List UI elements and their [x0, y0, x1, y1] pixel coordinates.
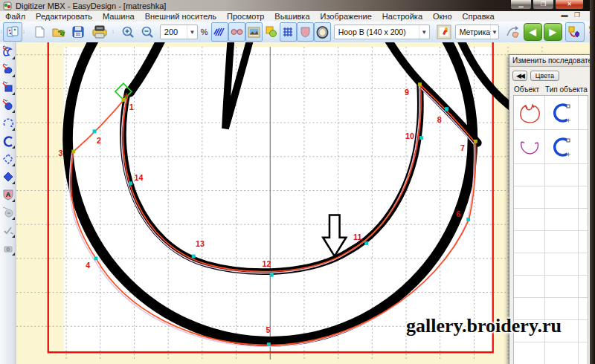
node-marker-7[interactable] [474, 140, 477, 143]
menu-вышивка[interactable]: Вышивка [269, 11, 315, 22]
node-label-9: 9 [405, 88, 409, 97]
show-grid-toggle[interactable] [280, 22, 297, 42]
node-marker-9[interactable] [418, 82, 422, 86]
chevron-down-icon[interactable]: ▼ [490, 25, 498, 39]
closed-shape-tool[interactable] [1, 168, 16, 185]
new-design-button[interactable] [30, 22, 49, 42]
minimize-button[interactable]: ▁ [510, 0, 532, 10]
print-button[interactable] [88, 22, 112, 42]
node-label-2: 2 [97, 136, 101, 145]
node-label-5: 5 [266, 325, 270, 334]
open-object-tool[interactable] [1, 43, 16, 60]
maximize-button[interactable]: ❐ [533, 0, 554, 10]
menu-изображение[interactable]: Изображение [315, 11, 377, 22]
node-marker-3[interactable] [71, 150, 75, 154]
hoop-combobox[interactable]: Hoop B (140 x 200) ▼ [334, 25, 430, 39]
checkpoint-tool[interactable] [1, 221, 16, 238]
open-shape-tool[interactable] [1, 150, 16, 167]
node-marker-5[interactable] [267, 342, 271, 346]
save-design-button[interactable] [68, 22, 88, 42]
menu-файл[interactable]: Файл [0, 11, 30, 22]
chevron-down-icon[interactable]: ▼ [187, 25, 197, 39]
open-design-button[interactable] [49, 22, 68, 42]
menu-редактировать[interactable]: Редактировать [30, 11, 97, 22]
closed-curve-tool[interactable] [1, 132, 16, 149]
menu-машина[interactable]: Машина [97, 11, 140, 22]
sequence-empty-row [514, 231, 588, 253]
sequence-panel-titlebar[interactable]: Изменить последовате... ✕ [509, 55, 591, 67]
node-marker-2[interactable] [93, 129, 97, 133]
colors-button[interactable]: Цвета [530, 71, 559, 81]
node-marker-12[interactable] [270, 273, 274, 277]
mdi-child-controls[interactable]: ▬ ❐ [561, 11, 582, 19]
rectangle-tool[interactable] [1, 79, 16, 96]
sequence-row-1[interactable] [514, 96, 588, 130]
node-marker-6[interactable] [466, 218, 470, 221]
sequence-empty-row [514, 342, 588, 364]
design-properties-button[interactable] [434, 22, 454, 42]
sequence-panel-title: Изменить последовате... [512, 56, 591, 65]
hoop-template-toggle[interactable] [314, 22, 331, 42]
node-label-4: 4 [86, 261, 90, 270]
menu-окно[interactable]: Окно [428, 11, 457, 22]
zoom-percent-label: % [201, 27, 208, 36]
desktop-edge [590, 0, 595, 364]
show-image-toggle[interactable] [245, 22, 263, 42]
stitch-edit-tool[interactable] [1, 204, 16, 221]
zoom-level-combobox[interactable]: 200 ▼ [160, 25, 198, 39]
app-window: Digitizer MBX - EasyDesign - [matreshka]… [0, 0, 590, 364]
units-value: Метрика [460, 27, 491, 36]
menu-настройка[interactable]: Настройка [377, 11, 428, 22]
app-icon [3, 1, 12, 10]
node-marker-14[interactable] [129, 181, 132, 185]
digitizing-toolbox: A [0, 42, 17, 364]
sequence-by-selects-button[interactable] [565, 22, 585, 42]
menu-bar: ФайлРедактироватьМашинаВнешний носительП… [0, 11, 590, 22]
measure-tool[interactable] [1, 239, 16, 256]
sequence-empty-row [514, 186, 588, 209]
ellipse-tool[interactable] [1, 97, 16, 114]
svg-text:A: A [6, 191, 11, 198]
node-label-3: 3 [58, 149, 62, 157]
sequence-row-2[interactable] [514, 130, 588, 164]
show-vectors-toggle[interactable] [263, 22, 280, 42]
lettering-tool[interactable]: A [1, 186, 16, 203]
type-icon-closed-curve [550, 100, 573, 126]
node-label-14: 14 [134, 173, 143, 182]
to-start-button[interactable]: ◀◀ [512, 71, 527, 81]
sequence-empty-row [514, 164, 588, 186]
zoom-out-button[interactable] [138, 22, 158, 42]
units-combobox[interactable]: Метрика ▼ [455, 25, 499, 39]
close-button[interactable]: ✕ [555, 0, 584, 10]
node-marker-4[interactable] [94, 256, 98, 260]
node-label-1: 1 [129, 103, 134, 111]
menu-справка[interactable]: Справка [457, 11, 500, 22]
show-stitches-toggle[interactable] [211, 22, 228, 42]
toolbar-grip: ⁞ [112, 30, 114, 34]
zoom-in-button[interactable] [119, 22, 138, 42]
previous-object-button[interactable]: ◀ [524, 23, 542, 41]
node-marker-13[interactable] [192, 255, 196, 259]
node-label-7: 7 [460, 143, 465, 152]
window-title: Digitizer MBX - EasyDesign - [matreshka] [16, 1, 166, 10]
node-marker-11[interactable] [364, 241, 368, 245]
next-object-button[interactable]: ▶ [544, 23, 562, 41]
node-marker[interactable] [121, 98, 125, 102]
true-view-toggle[interactable] [228, 22, 245, 42]
toolbar-grip: ⁞ [23, 30, 25, 34]
sequence-empty-row [514, 276, 588, 298]
node-marker-10[interactable] [419, 136, 423, 140]
menu-просмотр[interactable]: Просмотр [222, 11, 269, 22]
sequence-empty-row [514, 253, 588, 276]
reshape-object-button[interactable] [504, 22, 523, 42]
open-curve-tool[interactable] [1, 114, 16, 131]
node-label-12: 12 [263, 259, 271, 268]
object-thumbnail-purple-arc [517, 134, 542, 160]
closed-object-tool[interactable] [1, 61, 16, 78]
menu-внешний-носитель[interactable]: Внешний носитель [140, 11, 222, 22]
chevron-down-icon[interactable]: ▼ [419, 25, 429, 39]
node-marker-8[interactable] [445, 107, 448, 111]
show-hoop-toggle[interactable] [297, 22, 314, 42]
design-gallery-button[interactable] [3, 22, 22, 42]
main-toolbar: ⁞ ⁞ ⁞ 200 ▼ % [0, 22, 590, 43]
